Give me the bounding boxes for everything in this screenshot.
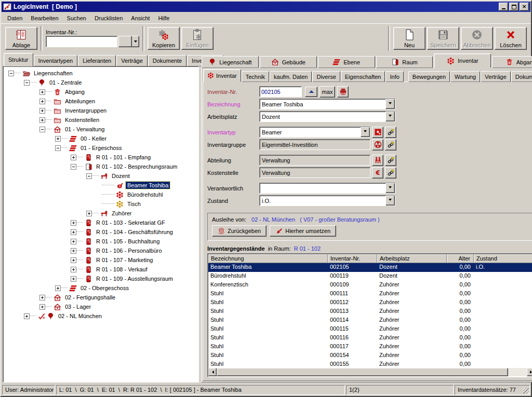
group-button[interactable]	[372, 139, 383, 150]
verantwortlich-combobox[interactable]	[259, 183, 395, 194]
tab-verträge[interactable]: Verträge	[116, 55, 148, 66]
expand-toggle[interactable]	[55, 136, 61, 142]
expand-toggle[interactable]	[71, 220, 76, 226]
print-label-button[interactable]	[337, 86, 349, 98]
collapse-toggle[interactable]	[24, 80, 30, 86]
expand-toggle[interactable]	[71, 248, 76, 254]
subtab-dokumente[interactable]: Dokumente	[511, 71, 532, 82]
resize-grip[interactable]	[523, 388, 529, 394]
minimize-button[interactable]	[499, 3, 508, 11]
inventar-nr-input[interactable]	[259, 86, 302, 97]
expand-toggle[interactable]	[39, 304, 45, 310]
tree-item-03-lager[interactable]: 03 - Lager	[4, 302, 197, 311]
subtab-inventar[interactable]: Inventar	[203, 69, 241, 82]
tree-item-r-01-107-marketing[interactable]: R 01 - 107 - Marketing	[4, 255, 197, 265]
subtab-verträge[interactable]: Verträge	[481, 71, 511, 82]
menu-ansicht[interactable]: Ansicht	[127, 13, 154, 23]
horizontal-scrollbar[interactable]	[208, 368, 532, 376]
table-row[interactable]: Stuhl000155Zuhörer0,00	[208, 360, 532, 368]
table-row[interactable]: Stuhl000154Zuhörer0,00	[208, 351, 532, 360]
table-row[interactable]: Stuhl000112Zuhörer0,00	[208, 298, 532, 307]
speichern-button[interactable]: Speichern	[427, 27, 459, 50]
column-header-bezeichnung[interactable]: Bezeichnung	[208, 254, 328, 263]
zurueckgeben-button[interactable]: Zurückgeben	[212, 225, 267, 237]
table-row[interactable]: Stuhl000116Zuhörer0,00	[208, 334, 532, 343]
table-row[interactable]: Stuhl000114Zuhörer0,00	[208, 316, 532, 325]
tree-item-02-nl-münchen[interactable]: 02 - NL München	[4, 311, 197, 321]
inventartyp-combobox[interactable]: Beamer	[259, 127, 370, 138]
tab-gebäude[interactable]: Gebäude	[260, 56, 317, 68]
menu-drucklisten[interactable]: Drucklisten	[90, 13, 127, 23]
subtab-info[interactable]: Info	[385, 71, 403, 82]
menu-hilfe[interactable]: Hilfe	[154, 13, 174, 23]
dropdown-arrow-button[interactable]	[385, 183, 395, 193]
tab-lieferanten[interactable]: Lieferanten	[78, 55, 116, 66]
expand-toggle[interactable]	[71, 239, 76, 244]
expand-toggle[interactable]	[86, 211, 92, 216]
dropdown-arrow-button[interactable]	[385, 99, 395, 109]
tree-item-r-01-104-geschäftsführung[interactable]: R 01 - 104 - Geschäftsführung	[4, 227, 197, 237]
table-row[interactable]: Konferenztisch000109Zuhörer0,00	[208, 281, 532, 290]
loeschen-button[interactable]: Löschen	[495, 27, 527, 50]
einfuegen-button[interactable]: Einfügen	[181, 27, 214, 50]
table-row[interactable]: Stuhl000117Zuhörer0,00	[208, 343, 532, 351]
column-header-inventar-nr[interactable]: Inventar-Nr.	[328, 254, 377, 263]
expand-toggle[interactable]	[39, 89, 45, 95]
ablage-button[interactable]: Ablage	[5, 27, 37, 50]
inventar-nr-search-input[interactable]	[46, 36, 117, 47]
tree-item-bürodrehstuhl[interactable]: Bürodrehstuhl	[4, 190, 197, 199]
collapse-toggle[interactable]	[55, 145, 61, 151]
tree-item-kostenstellen[interactable]: Kostenstellen	[4, 115, 197, 125]
link-button[interactable]	[385, 167, 396, 179]
max-button[interactable]: max	[320, 86, 335, 98]
tab-liegenschaft[interactable]: Liegenschaft	[202, 56, 259, 68]
link-button[interactable]	[385, 139, 396, 150]
tree-item-abgang[interactable]: Abgang	[4, 87, 197, 97]
expand-toggle[interactable]	[39, 108, 45, 114]
maximize-button[interactable]	[509, 3, 518, 11]
tree-item-inventargruppen[interactable]: Inventargruppen	[4, 106, 197, 115]
neu-button[interactable]: Neu	[393, 27, 425, 50]
horizontal-scrollbar-track[interactable]	[217, 368, 527, 376]
scroll-right-button[interactable]	[527, 368, 532, 376]
zustand-combobox[interactable]: i.O.	[259, 195, 395, 206]
column-header-arbeitsplatz[interactable]: Arbeitsplatz	[377, 254, 447, 263]
subtab-kaufm-daten[interactable]: kaufm. Daten	[270, 71, 312, 82]
invtype-button[interactable]	[372, 127, 383, 138]
titlebar[interactable]: LogicInvent [ Demo ] ×	[2, 2, 530, 12]
table-row[interactable]: Beamer Toshiba002105Dozent0,00i.O.	[208, 263, 532, 272]
column-header-alter[interactable]: Alter	[447, 254, 474, 263]
expand-toggle[interactable]	[55, 285, 61, 291]
link-button[interactable]	[385, 127, 396, 138]
close-button[interactable]: ×	[520, 3, 529, 11]
expand-toggle[interactable]	[24, 313, 30, 319]
tree-item-beamer-toshiba[interactable]: Beamer Toshiba	[4, 181, 197, 190]
menu-daten[interactable]: Daten	[3, 13, 26, 23]
horizontal-scrollbar-thumb[interactable]	[217, 368, 508, 376]
tree-item-abteilungen[interactable]: Abteilungen	[4, 97, 197, 106]
menu-suchen[interactable]: Suchen	[63, 13, 90, 23]
collapse-toggle[interactable]	[39, 127, 45, 132]
tree-item-r-01-103-sekretariat-gf[interactable]: R 01 - 103 - Sekretariat GF	[4, 218, 197, 227]
collapse-toggle[interactable]	[71, 164, 76, 170]
expand-toggle[interactable]	[39, 99, 45, 104]
subtab-eigenschaften[interactable]: Eigenschaften	[341, 71, 385, 82]
tree-item-r-01-109-ausstellungsraum[interactable]: R 01 - 109 - Ausstellungsraum	[4, 274, 197, 283]
scroll-left-button[interactable]	[208, 368, 217, 376]
column-header-zustand[interactable]: Zustand	[474, 254, 532, 263]
tab-dokumente[interactable]: Dokumente	[148, 55, 187, 66]
tree-item-01-verwaltung[interactable]: 01 - Verwaltung	[4, 125, 197, 134]
arbeitsplatz-combobox[interactable]: Dozent	[259, 111, 395, 122]
table-row[interactable]: Stuhl000113Zuhörer0,00	[208, 307, 532, 316]
table-row[interactable]: Stuhl000115Zuhörer0,00	[208, 325, 532, 334]
tree-item-r-01-106-personalbüro[interactable]: R 01 - 106 - Personalbüro	[4, 246, 197, 255]
tree-item-02-fertigungshalle[interactable]: 02 - Fertigungshalle	[4, 293, 197, 302]
spin-up-button[interactable]	[305, 87, 317, 97]
expand-toggle[interactable]	[71, 276, 76, 282]
subtab-diverse[interactable]: Diverse	[312, 71, 340, 82]
persons-button[interactable]	[372, 155, 383, 166]
expand-toggle[interactable]	[71, 267, 76, 272]
tree-item-tisch[interactable]: Tisch	[4, 199, 197, 209]
expand-toggle[interactable]	[39, 295, 45, 300]
search-options-dropdown[interactable]	[132, 36, 139, 47]
